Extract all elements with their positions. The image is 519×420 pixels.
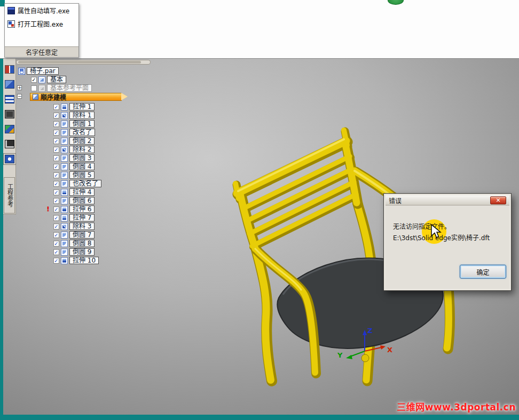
feature-checkbox[interactable]: ✓ [53,241,59,247]
launcher-footer: 名字任意定 [5,46,78,57]
tree-node-reference-planes[interactable]: + 基本参考平面 [16,84,166,92]
family-table-icon[interactable] [5,80,14,89]
ordered-modeling-bar[interactable]: 顺序建模 [30,93,122,101]
tree-scrollbar-horizontal[interactable] [16,60,151,65]
feature-row[interactable]: ✓倒圆 4 [53,163,166,170]
engineering-reference-icon[interactable] [5,155,14,163]
tree-root-row[interactable]: 椅子.par [16,67,166,75]
feature-row[interactable]: ✓倒圆 7 [53,231,166,239]
feature-icon-extrude [61,257,68,264]
feature-checkbox[interactable]: ✓ [53,164,59,170]
feature-label[interactable]: 除料 2 [69,146,95,153]
engineering-reference-tab[interactable]: 工程参考 [4,177,15,213]
feature-checkbox[interactable]: ✓ [53,121,59,127]
feature-label[interactable]: 倒圆 6 [69,197,95,204]
feature-label[interactable]: 拉伸 6 [69,205,95,213]
desktop-edge-bottom [0,415,519,420]
sensors-icon[interactable] [5,110,14,118]
feature-checkbox[interactable]: ✓ [53,104,59,110]
playback-icon[interactable] [5,125,14,133]
feature-icon-cutout [61,223,68,230]
feature-row[interactable]: ✓也改名了 [53,180,166,187]
feature-row[interactable]: ✓倒圆 8 [53,240,166,247]
feature-label[interactable]: 倒圆 1 [69,120,95,128]
dialog-body: 无法访问指定文件。 E:\3dst\Solid edge实例\椅子.dft 确定 [386,205,509,289]
feature-list: ✓拉伸 1✓除料 1✓倒圆 1✓改名了✓倒圆 2✓除料 2✓倒圆 3✓倒圆 4✓… [16,103,166,264]
feature-checkbox[interactable]: ✓ [53,189,59,195]
tree-root-label[interactable]: 椅子.par [27,67,59,75]
feature-checkbox[interactable]: ✓ [53,258,59,264]
node-checkbox-checked[interactable]: ✓ [31,77,37,83]
collapse-minus-icon[interactable]: − [17,94,22,99]
launcher-item-auto-fill[interactable]: 属性自动填写.exe [5,4,78,17]
customize-icon[interactable] [5,140,14,148]
feature-label[interactable]: 除料 3 [69,223,95,230]
feature-checkbox[interactable]: ✓ [53,215,59,221]
layers-icon[interactable] [5,95,14,104]
feature-label[interactable]: 倒圆 5 [69,171,95,179]
feature-checkbox[interactable]: ✓ [53,172,59,178]
feature-row[interactable]: ✓倒圆 3 [53,154,166,162]
feature-checkbox[interactable]: ✓ [53,155,59,161]
feature-row[interactable]: ✓倒圆 9 [53,248,166,256]
feature-row[interactable]: ✓拉伸 1 [53,103,166,110]
feature-row[interactable]: ✓改名了 [53,129,166,136]
watermark-text: 三维网www.3dportal.cn [397,400,516,413]
feature-label[interactable]: 倒圆 7 [69,231,95,239]
ok-button[interactable]: 确定 [460,265,506,279]
feature-checkbox[interactable]: ✓ [53,198,59,204]
feature-checkbox[interactable]: ✓ [53,249,59,255]
feature-checkbox[interactable]: ✓ [53,147,59,153]
feature-checkbox[interactable]: ✓ [53,113,59,118]
feature-icon-round [61,240,68,247]
feature-row[interactable]: ✓拉伸 10 [53,257,166,264]
dialog-titlebar[interactable]: 错误 ✕ [386,195,509,205]
feature-label[interactable]: 改名了 [69,129,95,136]
feature-checkbox[interactable]: ✓ [53,130,59,136]
feature-label[interactable]: 除料 1 [69,112,95,119]
feature-label[interactable]: 倒圆 4 [69,163,95,170]
scrollbar-thumb[interactable] [18,61,141,64]
feature-row[interactable]: ✓除料 2 [53,146,166,153]
feature-row[interactable]: ✓拉伸 4 [53,188,166,196]
feature-row[interactable]: ✓倒圆 2 [53,137,166,145]
feature-icon-cutout [61,112,68,119]
feature-checkbox[interactable]: ✓ [53,181,59,187]
feature-label[interactable]: 拉伸 10 [69,257,99,264]
part-document-icon [18,68,25,75]
feature-checkbox[interactable]: ✓ [53,138,59,144]
feature-checkbox[interactable]: ✓ [53,232,59,238]
feature-label[interactable]: 倒圆 8 [69,240,95,247]
feature-icon-round [61,155,68,162]
feature-checkbox[interactable]: ✓ [53,207,59,212]
dialog-message-line2: E:\3dst\Solid edge实例\椅子.dft [393,233,509,244]
feature-row[interactable]: ✓拉伸 7 [53,214,166,221]
feature-row[interactable]: ✓倒圆 5 [53,171,166,179]
dialog-message: 无法访问指定文件。 E:\3dst\Solid edge实例\椅子.dft [386,205,509,244]
expand-plus-icon[interactable]: + [17,85,22,90]
feature-row[interactable]: ✓倒圆 6 [53,197,166,204]
feature-label[interactable]: 倒圆 9 [69,248,95,256]
feature-row[interactable]: ✓除料 3 [53,223,166,230]
feature-label[interactable]: 拉伸 4 [69,188,95,196]
feature-row[interactable]: ✓除料 1 [53,112,166,119]
feature-row[interactable]: ✓倒圆 1 [53,120,166,128]
launcher-item-open-drawing[interactable]: 打开工程图.exe [5,17,78,30]
node-label[interactable]: 基本参考平面 [47,84,92,92]
feature-icon-round [61,232,68,239]
feature-checkbox[interactable]: ✓ [53,224,59,229]
node-checkbox-unchecked[interactable] [31,85,37,91]
node-label[interactable]: 基本 [47,76,66,83]
close-button[interactable]: ✕ [490,196,506,204]
feature-row[interactable]: !✓拉伸 6 [53,205,166,213]
feature-label[interactable]: 也改名了 [69,180,101,187]
feature-label[interactable]: 倒圆 3 [69,154,95,162]
pathfinder-icon[interactable] [5,65,14,74]
launcher-footer-label: 名字任意定 [26,47,58,57]
feature-label[interactable]: 拉伸 7 [69,214,95,221]
feature-label[interactable]: 倒圆 2 [69,137,95,145]
feature-label[interactable]: 拉伸 1 [69,103,95,110]
tree-node-base[interactable]: ✓ 基本 [16,76,166,83]
engineering-reference-label: 工程参考 [5,184,14,207]
launcher-panel: 属性自动填写.exe 打开工程图.exe 名字任意定 [4,3,79,58]
